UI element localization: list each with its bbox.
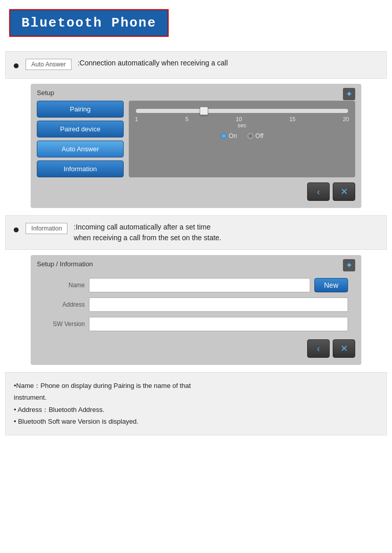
slider-label-15: 15 (289, 116, 295, 122)
section1-desc: :Connection automatically when receiving… (78, 58, 228, 68)
slider-label-5: 5 (186, 116, 189, 122)
info-back-btn[interactable]: ‹ (307, 339, 330, 358)
note-line1b: instrument. (14, 391, 378, 403)
slider-label-20: 20 (343, 116, 349, 122)
slider-area: 1 5 10 15 20 sec On Off (129, 101, 355, 177)
sw-label: SW Version (44, 320, 85, 328)
slider-track[interactable] (136, 109, 348, 113)
name-label: Name (44, 282, 85, 289)
setup-panel: ✦ Setup Pairing Paired device Auto Answe… (31, 84, 361, 208)
info-bluetooth-icon: ✦ (343, 259, 355, 271)
setup-back-btn[interactable]: ‹ (307, 182, 330, 201)
address-row: Address (44, 297, 348, 312)
address-input[interactable] (89, 297, 348, 312)
off-radio-dot (247, 133, 253, 139)
off-radio-label[interactable]: Off (247, 132, 264, 140)
section2-row: ● Information :Incoming call automatical… (5, 215, 387, 250)
section2-desc-line1: :Incoming call automatically after a set… (74, 223, 211, 231)
note-line2: • Address：Bluetooth Address. (14, 404, 378, 416)
auto-answer-btn[interactable]: Auto Answer (37, 141, 124, 157)
sw-input[interactable] (89, 317, 348, 331)
on-radio-label[interactable]: On (221, 132, 237, 140)
paired-device-btn[interactable]: Paired device (37, 121, 124, 137)
on-label: On (229, 132, 237, 140)
information-label-button[interactable]: Information (26, 223, 67, 234)
section1-row: ● Auto Answer :Connection automatically … (5, 51, 387, 79)
bullet2: ● (13, 223, 19, 236)
info-panel: ✦ Setup / Information Name New Address S… (31, 255, 361, 365)
on-off-row: On Off (221, 132, 264, 140)
auto-answer-button[interactable]: Auto Answer (26, 59, 71, 70)
info-panel-title: Setup / Information (37, 260, 355, 268)
slider-container[interactable] (134, 106, 350, 114)
pairing-btn[interactable]: Pairing (37, 101, 124, 118)
slider-sec: sec (238, 122, 246, 128)
section2-desc: :Incoming call automatically after a set… (74, 222, 221, 243)
info-close-btn[interactable]: ✕ (333, 339, 355, 358)
information-btn[interactable]: Information (37, 160, 124, 177)
new-button[interactable]: New (314, 278, 348, 292)
note-line3: • Bluetooth Soft ware Version is display… (14, 416, 378, 427)
bluetooth-icon: ✦ (343, 88, 355, 100)
sw-row: SW Version (44, 317, 348, 331)
setup-nav-row: ‹ ✕ (37, 182, 355, 201)
section2-desc-line2: when receiving a call from the set on th… (74, 234, 221, 242)
info-fields: Name New Address SW Version (37, 275, 355, 334)
slider-label-1: 1 (135, 116, 138, 122)
slider-thumb[interactable] (200, 107, 208, 115)
notes-section: •Name：Phone on display during Pairing is… (5, 372, 387, 435)
setup-close-btn[interactable]: ✕ (333, 182, 355, 201)
on-radio-dot (221, 133, 227, 139)
page-title-box: Bluetooth Phone (9, 9, 169, 37)
page-title: Bluetooth Phone (21, 15, 156, 31)
slider-label-10: 10 (236, 116, 242, 122)
name-input[interactable] (89, 278, 310, 292)
name-row: Name New (44, 278, 348, 292)
setup-content: Pairing Paired device Auto Answer Inform… (37, 101, 355, 177)
address-label: Address (44, 301, 85, 308)
setup-title: Setup (37, 89, 355, 97)
bullet1: ● (13, 59, 19, 72)
slider-labels: 1 5 10 15 20 (134, 116, 350, 122)
info-nav-row: ‹ ✕ (37, 339, 355, 358)
note-line1: •Name：Phone on display during Pairing is… (14, 380, 378, 391)
off-label: Off (256, 132, 264, 140)
setup-buttons: Pairing Paired device Auto Answer Inform… (37, 101, 124, 177)
